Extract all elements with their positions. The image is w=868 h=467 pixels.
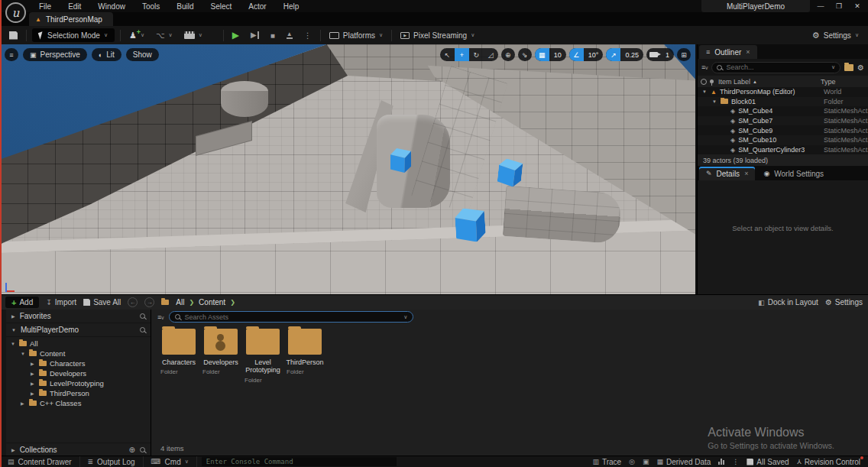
import-button[interactable]: ↧Import [46,298,76,306]
expander-arrow-icon[interactable]: ▼ [712,99,717,104]
rotation-snap-toggle[interactable]: ∠ [569,48,584,61]
search-icon[interactable] [140,327,145,332]
trace-button[interactable]: ▥Trace [592,458,621,466]
asset-folder[interactable]: Developers Folder [201,329,241,384]
collections-section[interactable]: ▶ Collections ⊕ [6,443,151,456]
outliner-row[interactable]: SM_Cube7 StaticMeshAct [698,116,868,126]
expander-arrow-icon[interactable]: ▶ [11,313,15,319]
world-local-toggle[interactable]: ⊕ [501,48,515,61]
folder-tree-item[interactable]: ▼ All [6,339,151,349]
kebab-icon[interactable]: ⋮ [732,458,739,465]
back-button[interactable]: ← [128,297,138,307]
add-button[interactable]: + Add [5,297,39,308]
expander-arrow-icon[interactable]: ▶ [31,391,36,396]
camera-speed-button[interactable] [646,48,661,61]
type-column[interactable]: Type [821,78,865,86]
expander-arrow-icon[interactable]: ▶ [31,381,36,386]
show-dropdown[interactable]: Show [126,48,159,61]
console-command-input[interactable] [202,457,397,466]
play-button[interactable]: ▶ [229,28,242,42]
rotation-snap-value[interactable]: 10° [584,48,604,61]
outliner-row[interactable]: ▼ Block01 Folder [698,97,868,107]
blueprints-dropdown[interactable]: ⌥∨ [153,30,176,41]
blue-cube-actor[interactable] [497,157,523,187]
outliner-row[interactable]: SM_QuarterCylinder3 StaticMeshAct [698,145,868,155]
item-label-column[interactable]: Item Label▲ [718,78,818,86]
grid-snap-toggle[interactable]: ▦ [535,48,549,61]
level-viewport[interactable]: ≡ ▣Perspective ◐Lit Show ↖ + ↻ ◿ ⊕ ⇘ ▦ 1… [0,44,695,294]
content-settings-button[interactable]: ⚙Settings [825,298,863,306]
filter-icon[interactable]: ≡∨ [701,63,708,71]
view-mode-dropdown[interactable]: ◐Lit [92,48,121,61]
outliner-row[interactable]: ▼ ThirdPersonMap (Editor) World [698,87,868,97]
save-all-button[interactable]: Save All [83,298,121,306]
blue-cube-actor[interactable] [390,148,411,173]
expander-arrow-icon[interactable]: ▼ [11,342,16,346]
asset-folder[interactable]: ThirdPerson Folder [285,329,325,384]
unreal-logo-icon[interactable]: u [5,2,26,23]
minimize-button[interactable]: — [811,0,830,11]
expander-arrow-icon[interactable]: ▼ [21,352,26,356]
selection-mode-dropdown[interactable]: Selection Mode ∨ [32,28,115,42]
play-options-kebab[interactable]: ⋮ [301,30,315,41]
all-saved-button[interactable]: All Saved [747,458,789,466]
scale-tool-button[interactable]: ◿ [484,48,498,61]
low-box-actor[interactable] [503,186,622,244]
stop-button[interactable]: ■ [267,30,278,41]
select-tool-button[interactable]: ↖ [440,48,455,61]
chevron-down-icon[interactable]: ∨ [831,64,835,70]
menu-item[interactable]: Tools [134,1,168,12]
forward-button[interactable]: → [144,297,154,307]
outliner-row[interactable]: SM_Cube4 StaticMeshAct [698,106,868,116]
cmd-dropdown[interactable]: ⌨Cmd∨ [144,456,197,467]
folder-tree-item[interactable]: ▶ Developers [6,368,151,378]
asset-search-input[interactable] [184,313,400,321]
folder-tree-item[interactable]: ▶ C++ Classes [6,398,151,408]
frame-skip-button[interactable]: ▶ [248,30,262,41]
expander-arrow-icon[interactable]: ▶ [31,361,36,366]
outliner-row[interactable]: SM_Cube9 StaticMeshAct [698,125,868,135]
snapshot-icon[interactable]: ▣ [643,458,649,465]
tab-thirdpersonmap[interactable]: ▲ ThirdPersonMap [29,12,113,26]
menu-item[interactable]: Actor [240,1,274,12]
menu-item[interactable]: File [31,1,60,12]
blue-cube-actor[interactable] [454,207,486,244]
scale-snap-value[interactable]: 0.25 [620,48,643,61]
tab-details[interactable]: ✎ Details × [699,167,755,180]
outliner-settings-gear-icon[interactable]: ⚙ [857,63,864,72]
camera-speed-value[interactable]: 1 [661,48,674,61]
perspective-dropdown[interactable]: ▣Perspective [23,48,87,61]
favorites-section[interactable]: ▶ Favorites [6,310,151,323]
settings-dropdown[interactable]: ⚙ Settings ∨ [809,29,862,42]
search-icon[interactable] [140,447,145,452]
menu-item[interactable]: Window [89,1,134,12]
menu-item[interactable]: Build [168,1,202,12]
outliner-search-input[interactable] [726,63,828,71]
search-icon[interactable] [140,313,145,319]
breadcrumb-chevron-icon[interactable]: ❯ [189,299,194,306]
menu-item[interactable]: Edit [60,1,89,12]
maximize-viewport-button[interactable]: ⊞ [677,48,691,61]
platforms-dropdown[interactable]: Platforms ∨ [326,30,386,41]
outliner-search[interactable]: ∨ [711,62,840,73]
pixel-streaming-dropdown[interactable]: ▶ Pixel Streaming ∨ [397,30,478,41]
tab-outliner[interactable]: ≡ Outliner × [699,45,757,59]
breadcrumb-item[interactable]: All [176,298,184,306]
rotate-tool-button[interactable]: ↻ [469,48,484,61]
menu-item[interactable]: Select [202,1,241,12]
tab-world-settings[interactable]: ◉ World Settings [756,167,831,180]
asset-search[interactable]: ∨ [169,311,413,323]
chevron-down-icon[interactable]: ∨ [403,314,407,320]
dock-in-layout-button[interactable]: ◧Dock in Layout [758,298,818,306]
filter-icon[interactable]: ≡∨ [157,313,164,321]
asset-folder[interactable]: Level Prototyping Folder [243,329,283,384]
insights-icon[interactable]: ◎ [629,458,635,465]
performance-bars-icon[interactable] [718,459,724,465]
expander-arrow-icon[interactable]: ▶ [21,401,26,406]
folder-tree-item[interactable]: ▶ Characters [6,358,151,368]
viewport-options-menu[interactable]: ≡ [5,48,18,61]
revision-control-button[interactable]: YRevision Control [797,458,860,466]
content-drawer-button[interactable]: ▤Content Drawer [0,456,80,467]
breadcrumb-chevron-icon[interactable]: ❯ [230,299,235,306]
visibility-column-eye-icon[interactable] [701,79,707,85]
